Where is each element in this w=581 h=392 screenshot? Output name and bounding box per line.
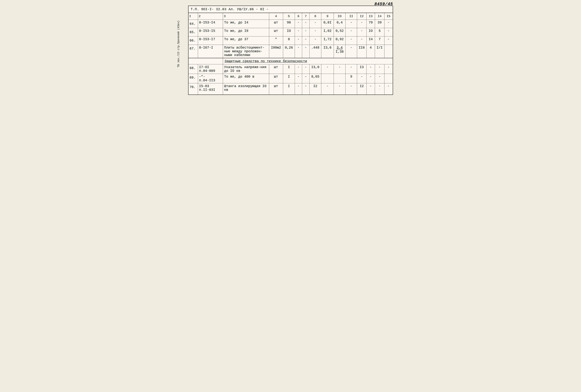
row-68-col15: -	[384, 64, 393, 74]
row-70-col14-dot: ·	[379, 88, 380, 90]
row-68-col14: -	[375, 64, 384, 74]
row-70-num: 70.	[188, 83, 198, 95]
row-70-desc: Штанга изолирующая IO кв	[223, 83, 269, 95]
row-66-col7: -	[302, 36, 310, 45]
row-64-code: 8-I53-I4	[198, 20, 223, 28]
row-67-col10-top: 3,4	[336, 46, 342, 50]
col-header-9: 9	[321, 13, 334, 20]
section-label-text: Защитные средства по технике безопасност…	[224, 59, 307, 63]
row-69-col9	[321, 74, 334, 83]
col-header-2: 2	[198, 13, 223, 20]
row-69-col7: -	[302, 74, 310, 83]
row-67-col11: -	[346, 45, 357, 58]
row-69-code: -"-п.04-II3	[198, 74, 223, 83]
row-68-col6: -	[295, 64, 302, 74]
row-64-num: 64.	[188, 20, 198, 28]
table-row: 67. 8-I67-I Плиты асбестоцемент-ные межд…	[188, 45, 393, 58]
row-64-desc: То же, до I4	[223, 20, 269, 28]
row-68-col4: шт	[269, 64, 283, 74]
row-67-col6: -	[295, 45, 302, 58]
row-67-col14: I/I	[375, 45, 384, 58]
col-header-14: I4	[375, 13, 384, 20]
row-67-col15	[384, 45, 393, 58]
row-69-col11: 9	[346, 74, 357, 83]
row-65-col7: -	[302, 28, 310, 36]
row-68-desc: Указатель напряже-ния до IO кв	[223, 64, 269, 74]
row-66-desc: То же, до 37	[223, 36, 269, 45]
row-67-code: 8-I67-I	[198, 45, 223, 58]
row-66-col6: -	[295, 36, 302, 45]
row-68-col8: I3,0	[310, 64, 321, 74]
row-65-desc: То же, до I9	[223, 28, 269, 36]
row-70-col14-dash: -	[379, 84, 381, 88]
section-header-empty	[188, 58, 223, 64]
column-headers: I 2 3 4 5 6 7 8 9 IO II I2 I3 I4 I5	[188, 13, 393, 20]
col-header-5: 5	[283, 13, 295, 20]
row-70-col11: -	[346, 83, 357, 95]
row-70-col13: -	[366, 83, 375, 95]
row-67-col9: I3,6	[321, 45, 334, 58]
col-header-8: 8	[310, 13, 321, 20]
row-65-col11: -	[346, 28, 357, 36]
row-69-col15	[384, 74, 393, 83]
row-69-col4: шт	[269, 74, 283, 83]
row-69-col13: -	[366, 74, 375, 83]
row-66-col11: -	[346, 36, 357, 45]
row-65-col9: I,02	[321, 28, 334, 36]
row-66-col10: 0,92	[334, 36, 346, 45]
row-67-col4: I00м2	[269, 45, 283, 58]
row-65-col12: -	[357, 28, 366, 36]
col-header-1: I	[188, 13, 198, 20]
doc-header: Т.П. 9ОI-I- 32.83 Ал. УШ/IУ.86 - 8I -	[188, 6, 393, 13]
row-66-col4: "	[269, 36, 283, 45]
col-header-11: II	[346, 13, 357, 20]
row-68-col10: -	[334, 64, 346, 74]
row-66-col12: -	[357, 36, 366, 45]
row-67-col5: 0,26	[283, 45, 295, 58]
row-67-col7: -	[302, 45, 310, 58]
row-70-col9: -	[321, 83, 334, 95]
col-header-6: 6	[295, 13, 302, 20]
table-row: 70. I5-03п.II-03I Штанга изолирующая IO …	[188, 83, 393, 95]
row-67-col10: 3,4 I,38	[334, 45, 346, 58]
row-70-col12: I2	[357, 83, 366, 95]
row-65-col10: 0,52	[334, 28, 346, 36]
col-header-4: 4	[269, 13, 283, 20]
row-64-col5: 98	[283, 20, 295, 28]
row-64-col6: -	[295, 20, 302, 28]
col-header-3: 3	[223, 13, 269, 20]
row-67-num: 67.	[188, 45, 198, 58]
table-row: 69. -"-п.04-II3 То же, до 400 в шт I - -…	[188, 74, 393, 83]
row-65-col4: шт	[269, 28, 283, 36]
row-64-col11: -	[346, 20, 357, 28]
row-64-col9: 0,8I	[321, 20, 334, 28]
col-header-7: 7	[302, 13, 310, 20]
row-66-col9: I,72	[321, 36, 334, 45]
row-65-col6: -	[295, 28, 302, 36]
row-70-col4: шт	[269, 83, 283, 95]
row-68-col12: I3	[357, 64, 366, 74]
row-68-code: I7-OIп.04-089	[198, 64, 223, 74]
row-65-col8: -	[310, 28, 321, 36]
row-64-col12: -	[357, 20, 366, 28]
row-69-desc: То же, до 400 в	[223, 74, 269, 83]
row-65-col14: 5	[375, 28, 384, 36]
side-label: ТШ зах./13 стр.5рачений (43ач)	[177, 20, 180, 67]
row-69-num: 69.	[188, 74, 198, 83]
row-64-col15: -	[384, 20, 393, 28]
row-67-col8: .448	[310, 45, 321, 58]
page-wrapper: 8459/45 ТШ зах./13 стр.5рачений (43ач) Т…	[188, 5, 393, 95]
row-68-col11: -	[346, 64, 357, 74]
row-65-code: 8-I53-I5	[198, 28, 223, 36]
row-67-col10-bot: I,38	[336, 50, 344, 54]
row-69-col10	[334, 74, 346, 83]
row-66-num: 66.	[188, 36, 198, 45]
row-68-col5: I	[283, 64, 295, 74]
row-70-col14: - ·	[375, 83, 384, 95]
table-row: 66. 8-I53-I7 То же, до 37 " 8 - - - I,72…	[188, 36, 393, 45]
main-table: Т.П. 9ОI-I- 32.83 Ал. УШ/IУ.86 - 8I - I …	[188, 5, 393, 95]
row-65-col15: -	[384, 28, 393, 36]
row-68-num: 68.	[188, 64, 198, 74]
row-64-col4: шт	[269, 20, 283, 28]
row-66-col5: 8	[283, 36, 295, 45]
